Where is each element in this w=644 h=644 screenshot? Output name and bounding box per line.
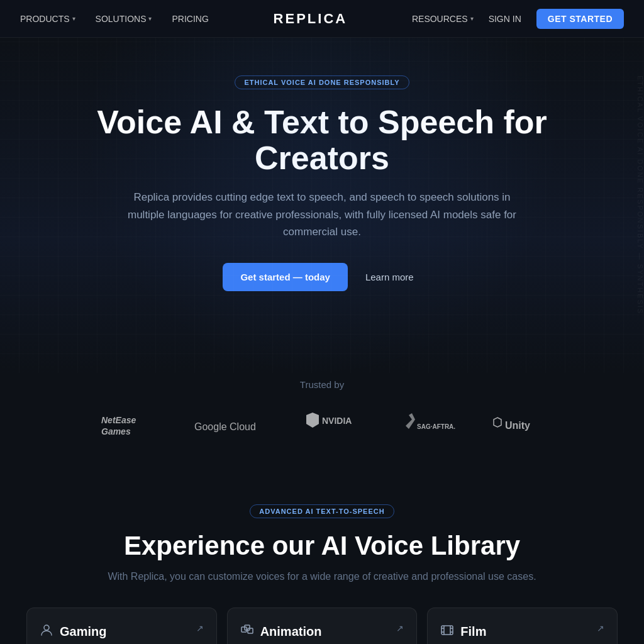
svg-text:NVIDIA: NVIDIA [322, 416, 352, 426]
trusted-label: Trusted by [25, 379, 619, 390]
svg-text:Games: Games [101, 426, 131, 436]
animation-external-link-icon[interactable]: ↗ [396, 623, 404, 633]
gaming-card-title-row: Gaming [40, 623, 106, 640]
hero-subtitle: Replica provides cutting edge text to sp… [121, 189, 523, 240]
gaming-card: Gaming ↗ With Replica, you can customize… [26, 608, 217, 644]
navbar: PRODUCTS ▾ SOLUTIONS ▾ PRICING REPLICA R… [0, 0, 644, 38]
gaming-card-header: Gaming ↗ [40, 623, 204, 640]
netease-logo: NetEase Games [101, 412, 164, 440]
film-card: Film ↗ With Replica's AI-driven voice yo… [427, 608, 618, 644]
gaming-external-link-icon[interactable]: ↗ [196, 623, 204, 633]
animation-card-title-row: Animation [240, 623, 322, 640]
svg-text:NetEase: NetEase [101, 415, 136, 425]
svg-rect-9 [245, 625, 250, 630]
nav-products[interactable]: PRODUCTS ▾ [20, 14, 75, 24]
hero-cta: Get started — today Learn more [25, 263, 619, 291]
nav-pricing[interactable]: PRICING [172, 14, 208, 24]
trusted-section: Trusted by NetEase Games Google Cloud NV… [0, 373, 644, 479]
film-card-header: Film ↗ [440, 623, 604, 640]
learn-more-button[interactable]: Learn more [358, 263, 421, 291]
chevron-down-icon: ▾ [148, 15, 152, 22]
hero-title: Voice AI & Text to Speech for Creators [70, 104, 574, 176]
google-cloud-logo: Google Cloud [194, 416, 270, 435]
film-title: Film [460, 625, 486, 639]
animation-card: Animation ↗ Add dynamic and immersive ch… [227, 608, 418, 644]
hero-badge: ETHICAL VOICE AI DONE RESPONSIBLY [235, 75, 409, 89]
animation-icon [240, 623, 254, 640]
bg-watermark: ETHICAL VOICE AI DONE RESPONSIBLY — SYNT… [636, 75, 644, 314]
logos-row: NetEase Games Google Cloud NVIDIA SAG·AF… [25, 410, 619, 441]
sag-aftra-logo: SAG·AFTRA. [393, 410, 462, 441]
chevron-down-icon: ▾ [470, 15, 474, 22]
nav-right: RESOURCES ▾ SIGN IN GET STARTED [412, 9, 624, 29]
gaming-icon [40, 623, 53, 640]
animation-card-header: Animation ↗ [240, 623, 404, 640]
unity-logo: Unity [492, 416, 543, 435]
film-card-title-row: Film [440, 623, 486, 640]
animation-title: Animation [260, 625, 322, 639]
svg-point-7 [44, 625, 49, 630]
voice-library-section: ADVANCED AI TEXT-TO-SPEECH Experience ou… [0, 479, 644, 644]
voice-library-badge: ADVANCED AI TEXT-TO-SPEECH [250, 504, 394, 518]
nav-resources[interactable]: RESOURCES ▾ [412, 14, 474, 24]
get-started-today-button[interactable]: Get started — today [223, 263, 348, 291]
gaming-title: Gaming [60, 625, 106, 639]
svg-text:Unity: Unity [505, 420, 530, 431]
voice-library-title: Experience our AI Voice Library [25, 531, 619, 561]
svg-marker-5 [494, 418, 501, 427]
nav-solutions[interactable]: SOLUTIONS ▾ [96, 14, 152, 24]
cards-grid: Gaming ↗ With Replica, you can customize… [26, 608, 618, 644]
chevron-down-icon: ▾ [72, 15, 75, 22]
get-started-nav-button[interactable]: GET STARTED [536, 9, 624, 29]
svg-rect-8 [242, 627, 247, 632]
hero-section: ETHICAL VOICE AI DONE RESPONSIBLY — SYNT… [0, 38, 644, 373]
svg-rect-10 [248, 628, 253, 633]
site-logo[interactable]: REPLICA [274, 11, 348, 27]
film-external-link-icon[interactable]: ↗ [597, 623, 604, 633]
svg-text:Google Cloud: Google Cloud [194, 421, 256, 432]
film-icon [440, 623, 454, 640]
svg-text:SAG·AFTRA.: SAG·AFTRA. [417, 423, 455, 430]
sign-in-button[interactable]: SIGN IN [489, 14, 521, 24]
nav-left: PRODUCTS ▾ SOLUTIONS ▾ PRICING [20, 14, 209, 24]
voice-library-subtitle: With Replica, you can customize voices f… [25, 571, 619, 582]
nvidia-logo: NVIDIA [300, 410, 363, 441]
svg-rect-11 [441, 626, 453, 635]
